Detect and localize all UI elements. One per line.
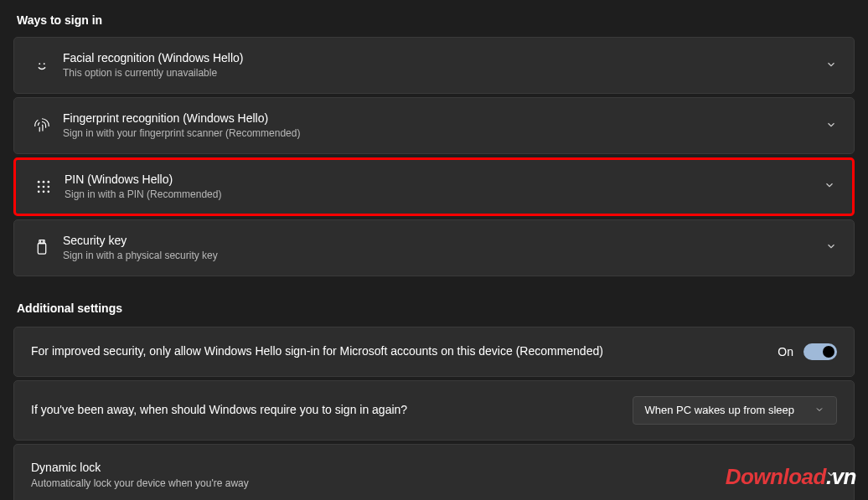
svg-point-8 xyxy=(38,190,40,193)
svg-point-0 xyxy=(39,63,40,64)
usb-key-icon xyxy=(26,236,58,260)
watermark-part2: .vn xyxy=(826,464,856,489)
option-title: Fingerprint recognition (Windows Hello) xyxy=(63,111,817,126)
hello-only-toggle[interactable] xyxy=(803,343,837,360)
additional-settings-header: Additional settings xyxy=(17,302,851,315)
svg-point-2 xyxy=(38,181,40,183)
setting-title: Dynamic lock xyxy=(31,460,810,477)
chevron-down-icon xyxy=(825,59,837,73)
svg-point-9 xyxy=(43,190,45,193)
pin-pad-icon xyxy=(28,175,59,198)
option-text: PIN (Windows Hello) Sign in with a PIN (… xyxy=(65,172,815,202)
setting-label: For improved security, only allow Window… xyxy=(31,343,603,360)
option-subtitle: Sign in with a physical security key xyxy=(63,250,817,263)
option-fingerprint[interactable]: Fingerprint recognition (Windows Hello) … xyxy=(13,97,855,154)
svg-point-1 xyxy=(44,63,45,64)
setting-text: Dynamic lock Automatically lock your dev… xyxy=(31,460,810,491)
option-security-key[interactable]: Security key Sign in with a physical sec… xyxy=(13,219,855,276)
ways-to-sign-in-header: Ways to sign in xyxy=(17,13,851,27)
setting-label: If you've been away, when should Windows… xyxy=(31,402,407,419)
setting-require-signin: If you've been away, when should Windows… xyxy=(13,380,855,441)
chevron-down-icon xyxy=(824,179,835,193)
option-title: Security key xyxy=(63,233,817,248)
option-text: Fingerprint recognition (Windows Hello) … xyxy=(63,111,817,141)
chevron-down-icon xyxy=(825,240,837,255)
setting-hello-only: For improved security, only allow Window… xyxy=(13,327,855,377)
option-facial-recognition[interactable]: Facial recognition (Windows Hello) This … xyxy=(13,37,855,94)
fingerprint-icon xyxy=(26,114,58,137)
svg-point-10 xyxy=(48,190,50,193)
watermark-logo: Download.vn xyxy=(726,464,856,490)
option-subtitle: This option is currently unavailable xyxy=(63,67,817,80)
toggle-knob xyxy=(823,346,834,358)
require-signin-select[interactable]: When PC wakes up from sleep xyxy=(633,396,837,425)
chevron-down-icon xyxy=(814,404,824,417)
chevron-down-icon xyxy=(825,119,837,133)
svg-point-4 xyxy=(48,181,50,183)
option-pin[interactable]: PIN (Windows Hello) Sign in with a PIN (… xyxy=(13,157,855,216)
face-icon xyxy=(26,54,58,77)
option-text: Security key Sign in with a physical sec… xyxy=(63,233,817,263)
option-subtitle: Sign in with a PIN (Recommended) xyxy=(65,188,815,202)
svg-rect-12 xyxy=(38,243,45,254)
svg-point-5 xyxy=(38,186,40,188)
option-title: Facial recognition (Windows Hello) xyxy=(63,50,817,65)
setting-subtitle: Automatically lock your device when you'… xyxy=(31,477,810,491)
option-title: PIN (Windows Hello) xyxy=(65,172,815,187)
svg-point-6 xyxy=(43,186,45,188)
toggle-wrap: On xyxy=(778,343,837,360)
option-text: Facial recognition (Windows Hello) This … xyxy=(63,50,817,80)
svg-point-7 xyxy=(48,186,50,188)
option-subtitle: Sign in with your fingerprint scanner (R… xyxy=(63,127,817,141)
svg-point-3 xyxy=(43,181,45,183)
toggle-state-label: On xyxy=(778,345,793,358)
select-value: When PC wakes up from sleep xyxy=(645,404,794,416)
watermark-part1: Download xyxy=(726,464,826,489)
